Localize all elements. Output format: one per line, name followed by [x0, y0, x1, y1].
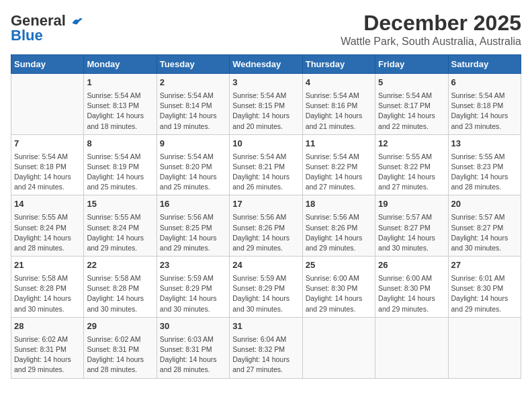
col-header-thursday: Thursday [302, 55, 375, 74]
calendar-cell: 24Sunrise: 5:59 AM Sunset: 8:29 PM Dayli… [230, 257, 302, 318]
calendar-cell: 14Sunrise: 5:55 AM Sunset: 8:24 PM Dayli… [11, 195, 84, 257]
logo-bird-icon [71, 17, 83, 26]
day-content: Sunrise: 5:55 AM Sunset: 8:22 PM Dayligh… [378, 152, 445, 193]
week-row-5: 28Sunrise: 6:02 AM Sunset: 8:31 PM Dayli… [11, 317, 521, 378]
day-content: Sunrise: 5:57 AM Sunset: 8:27 PM Dayligh… [451, 212, 518, 253]
col-header-tuesday: Tuesday [157, 55, 229, 74]
calendar-cell [302, 317, 375, 378]
col-header-saturday: Saturday [448, 55, 521, 74]
day-number: 15 [87, 198, 153, 211]
calendar-cell: 29Sunrise: 6:02 AM Sunset: 8:31 PM Dayli… [84, 317, 157, 378]
col-header-wednesday: Wednesday [230, 55, 302, 74]
week-row-2: 7Sunrise: 5:54 AM Sunset: 8:18 PM Daylig… [11, 134, 521, 195]
week-row-1: 1Sunrise: 5:54 AM Sunset: 8:13 PM Daylig… [11, 74, 521, 135]
col-header-sunday: Sunday [11, 55, 84, 74]
day-number: 19 [378, 198, 445, 211]
day-number: 11 [306, 138, 372, 150]
day-number: 28 [14, 320, 81, 333]
day-content: Sunrise: 5:56 AM Sunset: 8:26 PM Dayligh… [306, 212, 372, 253]
day-number: 17 [232, 198, 299, 211]
calendar-cell [11, 74, 84, 135]
calendar-cell: 23Sunrise: 5:59 AM Sunset: 8:29 PM Dayli… [157, 257, 229, 318]
calendar-cell: 9Sunrise: 5:54 AM Sunset: 8:20 PM Daylig… [157, 134, 229, 195]
day-content: Sunrise: 5:57 AM Sunset: 8:27 PM Dayligh… [378, 212, 445, 253]
calendar-cell: 6Sunrise: 5:54 AM Sunset: 8:18 PM Daylig… [448, 74, 521, 135]
day-number: 10 [232, 138, 299, 150]
day-number: 16 [160, 198, 226, 211]
day-content: Sunrise: 6:02 AM Sunset: 8:31 PM Dayligh… [14, 334, 81, 375]
calendar-cell: 17Sunrise: 5:56 AM Sunset: 8:26 PM Dayli… [230, 195, 302, 257]
day-content: Sunrise: 5:58 AM Sunset: 8:28 PM Dayligh… [14, 273, 81, 314]
calendar-cell: 26Sunrise: 6:00 AM Sunset: 8:30 PM Dayli… [375, 257, 448, 318]
calendar-cell: 18Sunrise: 5:56 AM Sunset: 8:26 PM Dayli… [302, 195, 375, 257]
calendar-cell: 27Sunrise: 6:01 AM Sunset: 8:30 PM Dayli… [448, 257, 521, 318]
day-content: Sunrise: 5:54 AM Sunset: 8:15 PM Dayligh… [232, 91, 299, 132]
day-number: 20 [451, 198, 518, 211]
day-content: Sunrise: 5:54 AM Sunset: 8:18 PM Dayligh… [451, 91, 518, 132]
day-number: 21 [14, 259, 81, 272]
calendar-cell: 30Sunrise: 6:03 AM Sunset: 8:31 PM Dayli… [157, 317, 229, 378]
day-content: Sunrise: 6:00 AM Sunset: 8:30 PM Dayligh… [378, 273, 445, 314]
day-content: Sunrise: 5:59 AM Sunset: 8:29 PM Dayligh… [232, 273, 299, 314]
calendar-subtitle: Wattle Park, South Australia, Australia [341, 36, 521, 48]
calendar-cell: 15Sunrise: 5:55 AM Sunset: 8:24 PM Dayli… [84, 195, 157, 257]
day-number: 26 [378, 259, 445, 272]
calendar-cell [448, 317, 521, 378]
day-number: 22 [87, 259, 153, 272]
header: General Blue December 2025 Wattle Park, … [11, 11, 521, 48]
day-number: 13 [451, 138, 518, 150]
day-content: Sunrise: 5:55 AM Sunset: 8:24 PM Dayligh… [14, 212, 81, 253]
day-number: 18 [306, 198, 372, 211]
calendar-cell: 10Sunrise: 5:54 AM Sunset: 8:21 PM Dayli… [230, 134, 302, 195]
day-content: Sunrise: 5:55 AM Sunset: 8:24 PM Dayligh… [87, 212, 153, 253]
day-number: 1 [87, 77, 153, 89]
calendar-cell: 8Sunrise: 5:54 AM Sunset: 8:19 PM Daylig… [84, 134, 157, 195]
day-content: Sunrise: 5:54 AM Sunset: 8:18 PM Dayligh… [14, 152, 81, 193]
title-area: December 2025 Wattle Park, South Austral… [341, 11, 521, 48]
calendar-cell: 13Sunrise: 5:55 AM Sunset: 8:23 PM Dayli… [448, 134, 521, 195]
day-number: 9 [160, 138, 226, 150]
calendar-cell: 25Sunrise: 6:00 AM Sunset: 8:30 PM Dayli… [302, 257, 375, 318]
day-number: 29 [87, 320, 153, 333]
day-number: 2 [160, 77, 226, 89]
day-content: Sunrise: 5:54 AM Sunset: 8:17 PM Dayligh… [378, 91, 445, 132]
calendar-cell: 20Sunrise: 5:57 AM Sunset: 8:27 PM Dayli… [448, 195, 521, 257]
day-number: 7 [14, 138, 81, 150]
day-number: 14 [14, 198, 81, 211]
day-content: Sunrise: 5:58 AM Sunset: 8:28 PM Dayligh… [87, 273, 153, 314]
day-content: Sunrise: 5:56 AM Sunset: 8:26 PM Dayligh… [232, 212, 299, 253]
calendar-cell: 11Sunrise: 5:54 AM Sunset: 8:22 PM Dayli… [302, 134, 375, 195]
day-content: Sunrise: 5:54 AM Sunset: 8:22 PM Dayligh… [306, 152, 372, 193]
day-number: 27 [451, 259, 518, 272]
calendar-table: SundayMondayTuesdayWednesdayThursdayFrid… [11, 54, 521, 379]
day-number: 24 [232, 259, 299, 272]
calendar-cell [375, 317, 448, 378]
calendar-cell: 5Sunrise: 5:54 AM Sunset: 8:17 PM Daylig… [375, 74, 448, 135]
day-number: 6 [451, 77, 518, 89]
day-content: Sunrise: 6:03 AM Sunset: 8:31 PM Dayligh… [160, 334, 226, 375]
day-content: Sunrise: 5:54 AM Sunset: 8:13 PM Dayligh… [87, 91, 153, 132]
day-content: Sunrise: 5:54 AM Sunset: 8:14 PM Dayligh… [160, 91, 226, 132]
calendar-title: December 2025 [341, 11, 521, 36]
week-row-3: 14Sunrise: 5:55 AM Sunset: 8:24 PM Dayli… [11, 195, 521, 257]
calendar-cell: 12Sunrise: 5:55 AM Sunset: 8:22 PM Dayli… [375, 134, 448, 195]
calendar-cell: 16Sunrise: 5:56 AM Sunset: 8:25 PM Dayli… [157, 195, 229, 257]
day-content: Sunrise: 5:54 AM Sunset: 8:16 PM Dayligh… [306, 91, 372, 132]
day-content: Sunrise: 5:54 AM Sunset: 8:21 PM Dayligh… [232, 152, 299, 193]
col-header-monday: Monday [84, 55, 157, 74]
logo: General Blue [11, 11, 83, 43]
calendar-cell: 1Sunrise: 5:54 AM Sunset: 8:13 PM Daylig… [84, 74, 157, 135]
day-content: Sunrise: 6:04 AM Sunset: 8:32 PM Dayligh… [232, 334, 299, 375]
day-content: Sunrise: 6:02 AM Sunset: 8:31 PM Dayligh… [87, 334, 153, 375]
calendar-cell: 28Sunrise: 6:02 AM Sunset: 8:31 PM Dayli… [11, 317, 84, 378]
day-content: Sunrise: 5:54 AM Sunset: 8:20 PM Dayligh… [160, 152, 226, 193]
day-number: 23 [160, 259, 226, 272]
day-number: 8 [87, 138, 153, 150]
logo-blue: Blue [11, 28, 83, 43]
day-content: Sunrise: 5:54 AM Sunset: 8:19 PM Dayligh… [87, 152, 153, 193]
day-number: 5 [378, 77, 445, 89]
calendar-cell: 3Sunrise: 5:54 AM Sunset: 8:15 PM Daylig… [230, 74, 302, 135]
day-number: 25 [306, 259, 372, 272]
day-content: Sunrise: 5:59 AM Sunset: 8:29 PM Dayligh… [160, 273, 226, 314]
day-number: 12 [378, 138, 445, 150]
